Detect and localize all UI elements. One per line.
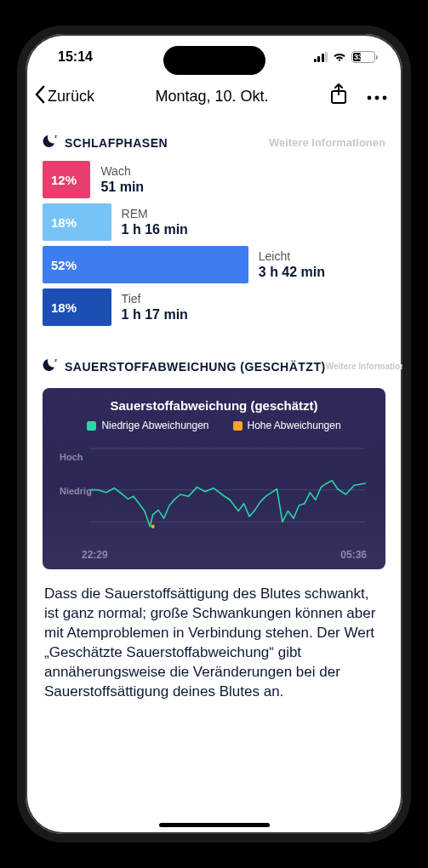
phase-label: Leicht xyxy=(259,249,325,264)
phase-row: 12%Wach51 min xyxy=(43,161,385,198)
wifi-icon xyxy=(333,52,346,62)
back-button[interactable]: Zurück xyxy=(34,85,94,108)
svg-point-9 xyxy=(151,525,154,528)
legend-swatch-low xyxy=(87,421,96,431)
legend-label-low: Niedrige Abweichungen xyxy=(101,420,208,431)
more-button[interactable] xyxy=(367,89,387,104)
cellular-signal-icon xyxy=(314,52,328,62)
back-label: Zurück xyxy=(48,88,94,106)
phase-row: 18%Tief1 h 17 min xyxy=(43,288,385,326)
phase-label: Tief xyxy=(122,292,188,306)
phase-row: 18%REM1 h 16 min xyxy=(43,203,385,241)
phase-duration: 1 h 17 min xyxy=(122,306,188,323)
share-button[interactable] xyxy=(329,83,348,109)
time-end: 05:36 xyxy=(340,549,367,561)
axis-label-low: Niedrig xyxy=(60,486,92,496)
phase-label: Wach xyxy=(100,164,144,179)
sleep-phases-title: SCHLAFPHASEN xyxy=(65,136,168,150)
page-title: Montag, 10. Okt. xyxy=(94,88,329,106)
phase-duration: 1 h 16 min xyxy=(122,221,188,237)
phase-bar: 18% xyxy=(43,203,111,241)
phase-bar: 12% xyxy=(43,161,90,198)
time-start: 22:29 xyxy=(82,549,108,561)
svg-point-1 xyxy=(368,96,372,100)
moon-sleep-icon: z xyxy=(43,133,60,152)
oxygen-chart-card: Sauerstoffabweichung (geschätzt) Niedrig… xyxy=(43,388,385,569)
svg-point-2 xyxy=(375,96,379,100)
axis-label-high: Hoch xyxy=(60,452,83,462)
clock: 15:14 xyxy=(58,49,93,65)
nav-bar: Zurück Montag, 10. Okt. xyxy=(26,80,402,119)
oxygen-card-title: Sauerstoffabweichung (geschätzt) xyxy=(56,398,372,413)
oxygen-chart: Hoch Niedrig xyxy=(56,443,372,545)
ellipsis-icon xyxy=(367,95,387,100)
sleep-phases-list: 12%Wach51 min18%REM1 h 16 min52%Leicht3 … xyxy=(43,161,385,326)
oxygen-legend: Niedrige Abweichungen Hohe Abweichungen xyxy=(56,420,372,431)
dynamic-island xyxy=(163,46,265,75)
sleep-phases-more-link[interactable]: Weitere Informationen xyxy=(269,136,385,149)
share-icon xyxy=(329,83,348,106)
svg-text:z: z xyxy=(54,357,58,363)
svg-point-3 xyxy=(383,96,387,100)
phase-bar: 52% xyxy=(43,246,248,283)
phase-meta: Wach51 min xyxy=(90,164,144,195)
oxygen-header: z SAUERSTOFFABWEICHUNG (GESCHÄTZT) Weite… xyxy=(43,357,385,376)
home-indicator[interactable] xyxy=(159,823,270,827)
oxygen-time-axis: 22:29 05:36 xyxy=(56,545,372,561)
sleep-phases-header: z SCHLAFPHASEN Weitere Informationen xyxy=(43,133,385,152)
moon-sleep-icon: z xyxy=(43,357,60,376)
phase-meta: REM1 h 16 min xyxy=(111,207,188,237)
phase-duration: 51 min xyxy=(100,179,144,195)
phase-label: REM xyxy=(122,207,188,221)
phase-bar: 18% xyxy=(43,288,111,326)
oxygen-more-link[interactable]: Weitere Informationen xyxy=(326,362,411,371)
oxygen-section-title: SAUERSTOFFABWEICHUNG (GESCHÄTZT) xyxy=(65,360,326,374)
oxygen-description: Dass die Sauerstoffsättigung des Blutes … xyxy=(43,585,385,702)
chevron-left-icon xyxy=(34,85,46,108)
phase-meta: Leicht3 h 42 min xyxy=(248,249,325,280)
svg-text:z: z xyxy=(54,134,58,139)
phase-meta: Tief1 h 17 min xyxy=(111,292,188,323)
legend-swatch-high xyxy=(233,421,243,431)
phase-row: 52%Leicht3 h 42 min xyxy=(43,246,385,283)
legend-label-high: Hohe Abweichungen xyxy=(248,420,341,431)
phase-duration: 3 h 42 min xyxy=(259,264,325,280)
battery-icon: 33 xyxy=(351,51,375,63)
